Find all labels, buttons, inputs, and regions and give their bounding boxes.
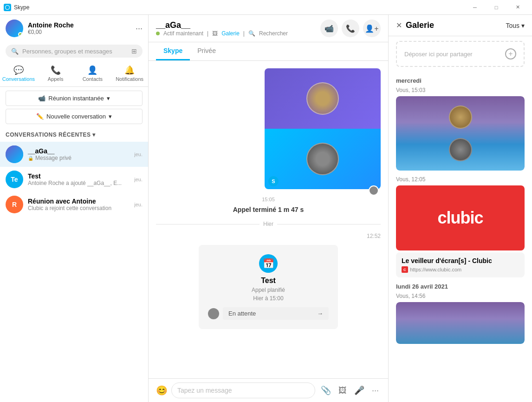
chat-tabs: Skype Privée <box>149 42 388 61</box>
edit-icon: ✏️ <box>36 113 44 120</box>
calls-icon: 📞 <box>51 65 61 75</box>
gallery-sender-1503: Vous, 15:03 <box>396 87 525 93</box>
gallery-add-button[interactable]: + <box>505 48 516 59</box>
gallery-thumb-red[interactable]: clubic <box>396 185 525 250</box>
avatar <box>6 20 23 37</box>
conversation-avatar-reunion: R <box>6 196 23 213</box>
attachment-button[interactable]: 📎 <box>319 383 333 397</box>
audio-button[interactable]: 🎤 <box>352 383 366 397</box>
lock-icon: 🔒 <box>28 156 33 161</box>
new-conversation-button[interactable]: ✏️ Nouvelle conversation ▾ <box>6 109 143 124</box>
sidebar-profile: Antoine Roche €0,00 ··· <box>0 15 148 42</box>
titlebar-left: Skype <box>4 4 29 11</box>
conversation-item-reunion[interactable]: R Réunion avec Antoine Clubic a rejoint … <box>0 192 148 217</box>
app-title: Skype <box>14 4 29 11</box>
scheduled-footer: En attente → <box>208 307 329 320</box>
sidebar-item-conversations[interactable]: 💬 Conversations <box>0 62 37 85</box>
notifications-icon: 🔔 <box>124 65 135 75</box>
clubic-favicon: C <box>402 266 408 273</box>
conversation-item-aga[interactable]: __aGa__ 🔒 Message privé jeu. <box>0 142 148 167</box>
video-icon: 📹 <box>38 95 45 102</box>
gallery-thumb-3[interactable] <box>396 302 525 344</box>
main-container: Antoine Roche €0,00 ··· 🔍 ⊞ 💬 Conversati… <box>0 15 532 402</box>
sidebar-item-appels[interactable]: 📞 Appels <box>37 62 74 85</box>
online-status-indicator <box>18 32 23 37</box>
bearded-avatar <box>306 143 339 175</box>
gallery-date-mercredi: mercredi <box>396 77 525 84</box>
call-ended-text: Appel terminé 1 m 47 s <box>156 206 381 213</box>
gallery-sender-1205: Vous, 12:05 <box>396 176 525 183</box>
conversation-list: __aGa__ 🔒 Message privé jeu. Te Test Ant… <box>0 142 148 402</box>
small-avatar-indicator <box>369 185 379 196</box>
gallery-filter-dropdown[interactable]: Tous ▾ <box>506 22 525 29</box>
conversations-section-header[interactable]: CONVERSATIONS RÉCENTES ▾ <box>0 128 148 142</box>
calendar-icon: 📅 <box>259 254 278 273</box>
gallery-icon-small: 🖼 <box>212 30 218 37</box>
skype-logo-icon <box>4 4 11 11</box>
conversation-info-test: Test Antoine Roche a ajouté __aGa__, E..… <box>28 172 130 186</box>
contacts-icon: 👤 <box>87 65 97 75</box>
tab-skype[interactable]: Skype <box>156 42 190 60</box>
profile-more-button[interactable]: ··· <box>136 24 143 33</box>
close-button[interactable]: ✕ <box>507 0 528 15</box>
gallery-link-card[interactable]: Le veilleur d'écran[s] - Clubic C https:… <box>396 252 525 277</box>
gallery-image-1 <box>396 96 525 171</box>
scheduled-timestamp: 12:52 <box>156 233 381 239</box>
gallery-thumb-1[interactable] <box>396 96 525 171</box>
minimize-button[interactable]: ─ <box>464 0 486 15</box>
titlebar: Skype ─ □ ✕ <box>0 0 532 15</box>
scheduled-card: 📅 Test Appel planifié Hier à 15:00 En at… <box>199 245 338 329</box>
gallery-close-button[interactable]: ✕ <box>396 21 402 30</box>
gallery-sender-1456: Vous, 14:56 <box>396 293 525 299</box>
video-call-button[interactable]: 📹 <box>320 20 338 37</box>
audio-call-button[interactable]: 📞 <box>342 20 359 37</box>
scheduled-card-container: 📅 Test Appel planifié Hier à 15:00 En at… <box>156 241 381 333</box>
profile-name: Antoine Roche <box>28 21 131 29</box>
grid-icon[interactable]: ⊞ <box>131 47 137 55</box>
search-input[interactable] <box>22 48 128 55</box>
chat-messages: S 15:05 Appel terminé 1 m 47 s Hier 12:5… <box>149 61 388 378</box>
image-button[interactable]: 🖼 <box>337 384 349 397</box>
chat-status: Actif maintenant | 🖼 Galerie | 🔍 Recherc… <box>156 30 288 37</box>
conversation-item-test[interactable]: Te Test Antoine Roche a ajouté __aGa__, … <box>0 167 148 192</box>
gallery-content: mercredi Vous, 15:03 Vous, 12:05 clubic … <box>389 72 532 402</box>
skype-watermark: S <box>268 176 279 186</box>
chevron-icon: ▾ <box>92 132 96 138</box>
conversation-avatar-aga <box>6 145 23 163</box>
chat-title: __aGa__ <box>156 20 288 30</box>
nav-tabs: 💬 Conversations 📞 Appels 👤 Contacts 🔔 No… <box>0 60 148 87</box>
tab-privee[interactable]: Privée <box>190 42 223 60</box>
gallery-image-avatar-bottom <box>449 138 472 161</box>
clubic-logo-text: clubic <box>437 208 483 228</box>
chat-input[interactable] <box>171 382 315 398</box>
pending-button[interactable]: En attente → <box>223 307 329 320</box>
emoji-button[interactable]: 😊 <box>156 385 168 396</box>
gallery-image-3 <box>396 302 525 344</box>
gallery-drop-zone[interactable]: Déposer ici pour partager + <box>396 41 525 67</box>
chat-input-area: 😊 📎 🖼 🎤 ··· <box>149 378 388 402</box>
gallery-link[interactable]: Galerie <box>221 30 240 37</box>
search-link[interactable]: Rechercher <box>259 30 288 37</box>
video-frame-bottom: S <box>265 129 381 189</box>
add-contact-button[interactable]: 👤+ <box>363 20 381 37</box>
search-bar[interactable]: 🔍 ⊞ <box>6 45 143 58</box>
gallery-date-avril: lundi 26 avril 2021 <box>396 283 525 290</box>
status-dot <box>156 32 160 35</box>
gallery-link-url: C https://www.clubic.com <box>402 266 519 273</box>
maximize-button[interactable]: □ <box>486 0 507 15</box>
profile-credit: €0,00 <box>28 29 131 35</box>
sidebar-item-notifications[interactable]: 🔔 Notifications <box>111 62 148 85</box>
video-frame-top <box>265 68 381 129</box>
search-icon: 🔍 <box>11 48 19 55</box>
scheduled-avatar <box>208 308 219 319</box>
more-button[interactable]: ··· <box>370 384 381 397</box>
conversation-info-aga: __aGa__ 🔒 Message privé <box>28 147 130 161</box>
conversation-info-reunion: Réunion avec Antoine Clubic a rejoint ce… <box>28 198 130 211</box>
chat-actions: 📹 📞 👤+ <box>320 20 381 37</box>
instant-meeting-button[interactable]: 📹 Réunion instantanée ▾ <box>6 91 143 106</box>
conversations-icon: 💬 <box>13 65 24 75</box>
video-message-group: S <box>156 68 381 193</box>
window-controls: ─ □ ✕ <box>464 0 528 15</box>
sidebar-item-contacts[interactable]: 👤 Contacts <box>74 62 111 85</box>
chat-header: __aGa__ Actif maintenant | 🖼 Galerie | 🔍… <box>149 15 388 42</box>
